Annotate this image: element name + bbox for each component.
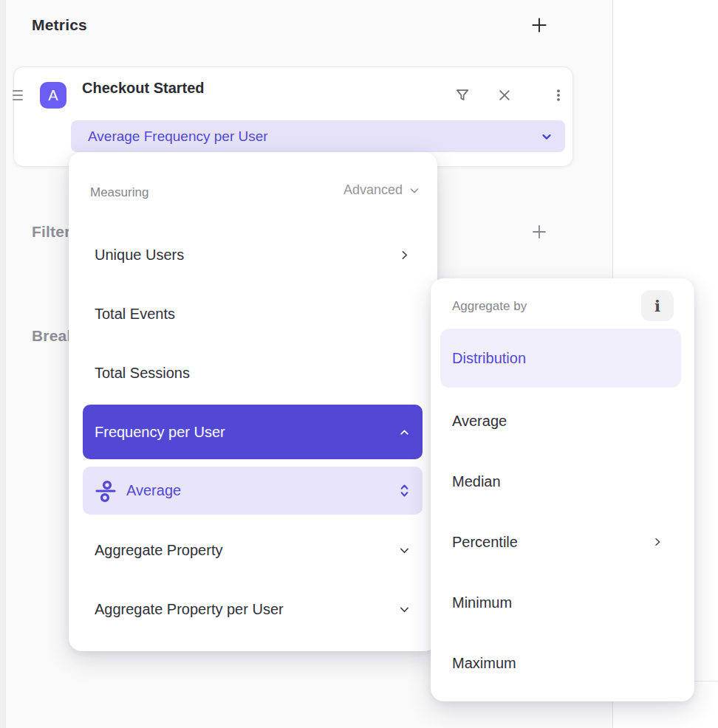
chevron-right-icon	[398, 249, 411, 261]
drag-handle[interactable]	[5, 88, 30, 103]
event-name: Checkout Started	[82, 79, 205, 97]
measurement-value: Average Frequency per User	[88, 128, 268, 145]
menu-item-aggregate-property-per-user[interactable]: Aggregate Property per User	[83, 588, 423, 630]
left-edge-strip	[0, 0, 6, 728]
menu-item-frequency-per-user[interactable]: Frequency per User	[83, 405, 423, 459]
add-metric-button[interactable]	[529, 15, 550, 35]
average-divide-icon	[95, 478, 117, 504]
menu-item-average[interactable]: Average	[440, 400, 681, 442]
add-filter-button[interactable]	[529, 222, 550, 242]
more-options-icon[interactable]	[550, 86, 567, 104]
insights-query-builder: Metrics Filter Breakdown Checkout Starte…	[0, 0, 718, 728]
menu-item-aggregate-property[interactable]: Aggregate Property	[83, 529, 423, 571]
plus-icon	[530, 16, 549, 35]
menu-item-frequency-average[interactable]: Average	[83, 467, 423, 515]
chevron-updown-icon	[398, 483, 411, 498]
menu-item-unique-users[interactable]: Unique Users	[83, 234, 423, 275]
info-icon[interactable]: i	[641, 290, 674, 321]
chevron-down-icon	[398, 603, 411, 616]
advanced-label: Advanced	[343, 182, 403, 198]
menu-item-total-events[interactable]: Total Events	[83, 293, 423, 334]
plus-icon	[530, 223, 548, 241]
menu-item-total-sessions[interactable]: Total Sessions	[83, 352, 423, 394]
series-badge: A	[40, 82, 66, 109]
aggregate-by-menu: Aggregate by i Distribution Average Medi…	[431, 278, 694, 701]
remove-metric-icon[interactable]	[496, 86, 513, 104]
chevron-down-icon	[398, 544, 411, 557]
aggregate-menu-header: Aggregate by	[452, 299, 527, 314]
menu-item-median[interactable]: Median	[440, 461, 681, 502]
chevron-down-icon	[408, 184, 421, 197]
chevron-up-icon	[398, 426, 411, 439]
menu-item-distribution[interactable]: Distribution	[440, 329, 681, 388]
menu-item-minimum[interactable]: Minimum	[440, 582, 681, 623]
filter-section-title: Filter	[32, 223, 71, 241]
measuring-menu-header: Measuring	[90, 185, 148, 200]
measuring-menu: Measuring Advanced Unique Users Total Ev…	[69, 152, 437, 651]
chevron-right-icon	[652, 536, 663, 548]
measurement-dropdown[interactable]: Average Frequency per User	[71, 120, 565, 152]
metrics-section-title: Metrics	[32, 16, 87, 34]
advanced-toggle[interactable]: Advanced	[343, 182, 421, 198]
filter-funnel-icon[interactable]	[454, 86, 471, 104]
menu-item-maximum[interactable]: Maximum	[440, 642, 681, 684]
menu-item-percentile[interactable]: Percentile	[440, 521, 681, 563]
chevron-down-icon	[540, 130, 553, 143]
